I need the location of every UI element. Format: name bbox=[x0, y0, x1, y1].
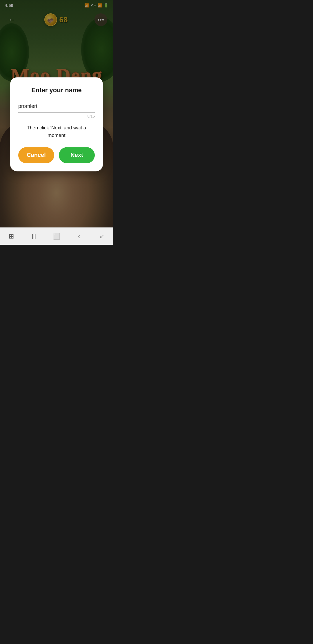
modal-title: Enter your name bbox=[18, 86, 95, 94]
nav-menu[interactable]: ||| bbox=[28, 230, 40, 243]
cursor-pointer-icon: ↙ bbox=[100, 233, 104, 240]
name-input[interactable] bbox=[18, 102, 95, 112]
next-button[interactable]: Next bbox=[59, 147, 95, 163]
nav-cursor[interactable]: ↙ bbox=[95, 230, 108, 243]
enter-name-modal: Enter your name 8/15 Then click 'Next' a… bbox=[10, 77, 103, 171]
char-count: 8/15 bbox=[18, 114, 95, 118]
nav-home[interactable]: ⬜ bbox=[50, 230, 63, 243]
nav-grid[interactable]: ⊞ bbox=[5, 230, 18, 243]
back-chevron-icon: ‹ bbox=[78, 232, 80, 240]
cancel-button[interactable]: Cancel bbox=[18, 147, 54, 163]
grid-icon: ⊞ bbox=[9, 233, 14, 240]
menu-lines-icon: ||| bbox=[32, 233, 36, 239]
nav-back[interactable]: ‹ bbox=[73, 230, 85, 243]
button-row: Cancel Next bbox=[18, 147, 95, 163]
nav-bar: ⊞ ||| ⬜ ‹ ↙ bbox=[0, 227, 113, 245]
name-input-wrapper bbox=[18, 102, 95, 112]
instruction-text: Then click 'Next' and wait a moment bbox=[18, 124, 95, 139]
home-square-icon: ⬜ bbox=[53, 233, 60, 240]
